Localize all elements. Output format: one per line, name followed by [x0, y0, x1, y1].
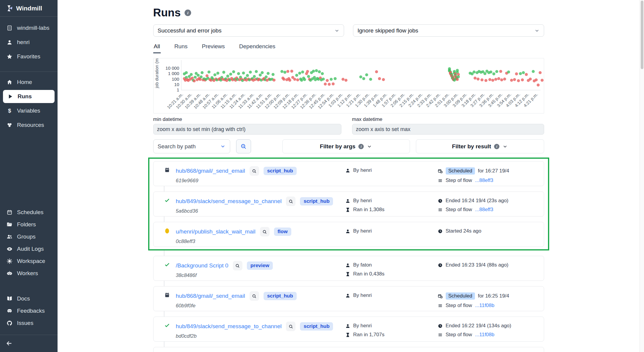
run-card[interactable]: hub/849/slack/send_message_to_channelscr… [153, 317, 544, 342]
scrollbar-thumb[interactable] [641, 1, 643, 69]
sidebar-item-runs[interactable]: Runs [3, 90, 55, 103]
run-inspect-button[interactable] [286, 322, 295, 331]
sidebar-item-henri[interactable]: henri [0, 35, 58, 49]
run-connector-line [164, 281, 164, 286]
run-card[interactable]: hub/868/gmail/_send_emailscript_hub60b9f… [153, 286, 544, 311]
dollar-icon [7, 108, 13, 114]
main-area: Runs i Successful and error jobs Ignore … [58, 0, 640, 352]
sidebar-item-schedules[interactable]: Schedules [0, 206, 58, 218]
sidebar-item-issues[interactable]: Issues [0, 317, 58, 329]
run-path-link[interactable]: hub/849/slack/send_message_to_channel [176, 323, 282, 330]
run-path-link[interactable]: u/henri/publish_slack_wait_mail [176, 228, 256, 235]
sidebar-item-workspace[interactable]: Workspace [0, 255, 58, 267]
chevron-down-icon [367, 144, 372, 149]
tab-all[interactable]: All [153, 42, 161, 53]
run-author: By henri [353, 228, 372, 234]
book-icon [7, 296, 13, 302]
sidebar-item-workers[interactable]: Workers [0, 267, 58, 279]
sidebar-item-windmill-labs[interactable]: windmill-labs [0, 21, 58, 35]
run-inspect-button[interactable] [250, 166, 259, 176]
hourglass-icon [345, 272, 350, 277]
run-card[interactable]: u/henri/publish_slack_wait_mailflow0c88e… [153, 222, 544, 247]
run-path-link[interactable]: /Background Script 0 [176, 262, 228, 269]
run-card[interactable]: hub/868/gmail/_send_emailscript_hub619e9… [153, 161, 544, 186]
svg-text:10: 10 [174, 82, 179, 87]
svg-text:1: 1 [177, 87, 179, 92]
run-card[interactable]: u/henri/publish_slack_wait_mailflowprevi… [153, 347, 544, 352]
sidebar-item-label: Workers [17, 270, 38, 277]
tab-runs[interactable]: Runs [174, 42, 188, 53]
job-kind-select[interactable]: Successful and error jobs [153, 24, 344, 37]
page-title: Runs [153, 7, 181, 19]
sidebar-item-label: Docs [17, 295, 30, 302]
svg-text:10 000: 10 000 [165, 66, 179, 71]
filter-by-result-button[interactable]: Filter by result i [416, 139, 544, 153]
run-status [164, 323, 171, 328]
run-card[interactable]: hub/849/slack/send_message_to_channelscr… [153, 191, 544, 217]
run-kind-badge: preview [247, 261, 273, 270]
tab-dependencies[interactable]: Dependencies [239, 42, 276, 53]
sidebar-item-home[interactable]: Home [0, 75, 58, 89]
windmill-logo-icon [5, 4, 13, 12]
clock-icon [438, 323, 443, 328]
sidebar-item-resources[interactable]: Resources [0, 118, 58, 132]
run-timing: Ended 16:22 19/4 (134s ago) [446, 323, 511, 329]
run-timing: Ended 16:23 19/4 (88s ago) [446, 262, 509, 268]
max-datetime-input[interactable] [352, 124, 544, 135]
parent-flow-link[interactable]: ...11f08b [475, 332, 494, 338]
run-kind-badge: script_hub [300, 197, 333, 205]
sidebar-item-groups[interactable]: Groups [0, 230, 58, 243]
sidebar-item-feedbacks[interactable]: Feedbacks [0, 305, 58, 317]
filter-by-args-button[interactable]: Filter by args i [282, 139, 410, 153]
parent-flow-link[interactable]: ...88eff3 [475, 207, 493, 213]
app-title: Windmill [16, 5, 42, 12]
skip-flow-select[interactable]: Ignore skipped flow jobs [353, 24, 544, 37]
app-logo[interactable]: Windmill [0, 0, 58, 17]
search-button[interactable] [236, 139, 251, 153]
flow-steps-icon [438, 332, 443, 337]
run-path-link[interactable]: hub/849/slack/send_message_to_channel [176, 198, 282, 205]
sidebar-item-variables[interactable]: Variables [0, 104, 58, 118]
scrollbar[interactable] [640, 0, 644, 352]
step-of-flow-label: Step of flow [446, 177, 472, 183]
search-by-path-select[interactable]: Search by path [153, 139, 230, 153]
parent-flow-link[interactable]: ...11f08b [475, 303, 494, 309]
run-card[interactable]: /Background Script 0preview38c8486fBy fa… [153, 256, 544, 281]
sidebar-item-audit-logs[interactable]: Audit Logs [0, 243, 58, 255]
sidebar-item-label: Home [17, 79, 32, 85]
users-icon [7, 234, 13, 240]
run-kind-badge: script_hub [264, 167, 297, 175]
run-path-link[interactable]: hub/868/gmail/_send_email [176, 168, 245, 174]
search-icon [288, 324, 293, 329]
min-datetime-input[interactable] [153, 124, 341, 135]
collapse-sidebar-icon[interactable] [6, 340, 13, 347]
run-kind-badge: flow [274, 228, 291, 236]
run-connector-line [164, 217, 164, 222]
sidebar-item-label: Groups [17, 233, 35, 240]
scheduled-calendar-icon [164, 292, 170, 298]
filter-by-args-label: Filter by args [320, 143, 355, 150]
run-inspect-button[interactable] [233, 261, 242, 270]
tab-previews[interactable]: Previews [201, 42, 225, 53]
run-inspect-button[interactable] [286, 197, 295, 206]
run-id: bd0cdf2b [176, 333, 333, 339]
svg-text:1 000: 1 000 [168, 71, 179, 76]
sidebar-item-favorites[interactable]: Favorites [0, 49, 58, 64]
parent-flow-link[interactable]: ...88eff3 [475, 177, 493, 183]
run-path-link[interactable]: hub/868/gmail/_send_email [176, 293, 245, 299]
run-inspect-button[interactable] [260, 227, 270, 236]
sidebar-item-folders[interactable]: Folders [0, 218, 58, 230]
search-by-path-value: Search by path [158, 143, 196, 150]
job-duration-chart[interactable]: job duration (ms)10 0001 00010010110:21 … [153, 58, 544, 113]
search-icon [240, 143, 247, 150]
eye-icon [7, 246, 13, 252]
sidebar-item-label: Issues [17, 320, 33, 326]
run-inspect-button[interactable] [250, 291, 259, 301]
max-datetime-label: max datetime [352, 116, 544, 122]
hourglass-icon [345, 332, 350, 337]
skip-flow-value: Ignore skipped flow jobs [357, 27, 418, 34]
star-icon [7, 54, 13, 60]
sidebar-item-docs[interactable]: Docs [0, 292, 58, 305]
run-id: 60b9f0fe [176, 303, 297, 309]
run-id: 0c88eff3 [176, 239, 291, 244]
